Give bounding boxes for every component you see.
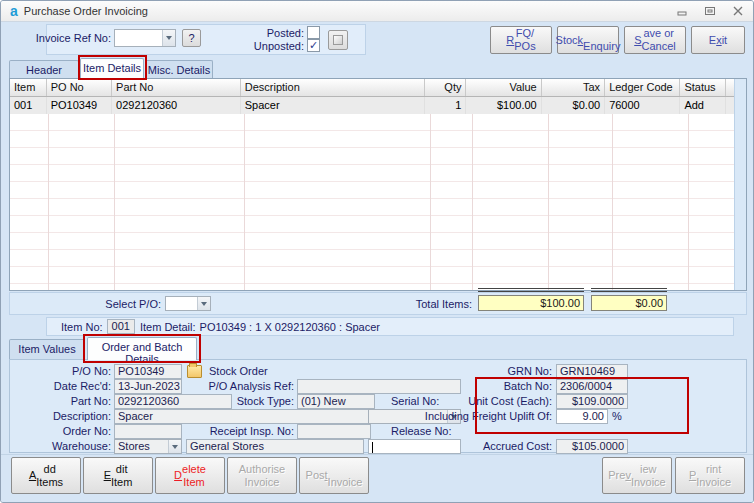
exit-button[interactable]: Exit: [691, 26, 745, 54]
stock-order-label: Stock Order: [209, 364, 268, 379]
add-items-button[interactable]: AddItems: [11, 457, 81, 494]
save-or-cancel-button[interactable]: Save orCancel: [624, 26, 686, 54]
warehouse-name-field: General Stores: [186, 439, 364, 454]
column-header-description[interactable]: Description: [241, 79, 425, 96]
date-recd-label: Date Rec'd:: [9, 379, 111, 394]
column-header-tax[interactable]: Tax: [542, 79, 605, 96]
total-tax-rule: [591, 288, 667, 292]
grid-vline: [114, 97, 115, 290]
browse-icon: [333, 35, 343, 45]
maximize-icon: [705, 6, 715, 16]
table-row[interactable]: 001 PO10349 0292120360 Spacer 1 $100.00 …: [10, 97, 734, 114]
cell-filler: [726, 97, 734, 114]
percent-label: %: [612, 409, 622, 424]
po-no-label: P/O No:: [9, 364, 111, 379]
invoice-ref-combobox[interactable]: [114, 29, 176, 47]
browse-button[interactable]: [328, 30, 348, 50]
column-header-value[interactable]: Value: [466, 79, 541, 96]
column-header-status[interactable]: Status: [680, 79, 726, 96]
close-icon: [733, 6, 743, 16]
po-no-field: PO10349: [114, 364, 182, 379]
unposted-checkbox[interactable]: ✓: [307, 39, 320, 52]
maximize-button[interactable]: [701, 4, 719, 18]
help-button[interactable]: ?: [182, 29, 201, 47]
po-analysis-ref-label: P/O Analysis Ref:: [181, 379, 294, 394]
item-detail-label: Item Detail:: [140, 321, 196, 333]
receipt-insp-no-label: Receipt Insp. No:: [181, 424, 294, 439]
grid-vline: [48, 97, 49, 290]
freight-uplift-field[interactable]: 9.00: [556, 409, 608, 424]
release-no-label: Release No:: [391, 424, 452, 439]
accrued-cost-label: Accrued Cost:: [441, 439, 552, 454]
chevron-down-icon[interactable]: [197, 297, 210, 310]
column-header-ledger-code[interactable]: Ledger Code: [605, 79, 680, 96]
description-label: Description:: [9, 409, 111, 424]
tab-order-and-batch-details[interactable]: Order and Batch Details: [87, 337, 197, 360]
table-gridlines: [10, 97, 734, 290]
chevron-down-icon[interactable]: [162, 30, 175, 46]
total-value-field: $100.00: [478, 295, 584, 311]
receipt-insp-no-field: [297, 424, 371, 439]
post-invoice-button: PostInvoice: [299, 457, 369, 494]
column-header-item[interactable]: Item: [10, 79, 47, 96]
table-header-row: Item PO No Part No Description Qty Value…: [10, 79, 734, 97]
cell-item: 001: [10, 97, 47, 114]
tab-header-details[interactable]: Header Details: [9, 60, 79, 78]
select-po-combobox[interactable]: [165, 296, 211, 311]
title-bar: a Purchase Order Invoicing: [1, 1, 753, 22]
select-po-label: Select P/O:: [81, 297, 161, 312]
minimize-icon: [677, 6, 687, 16]
cell-value: $100.00: [466, 97, 541, 114]
posted-checkbox[interactable]: [307, 26, 320, 39]
total-value-rule: [478, 288, 584, 292]
warehouse-combobox[interactable]: Stores: [114, 439, 182, 454]
grid-vline: [430, 97, 431, 290]
column-header-po-no[interactable]: PO No: [47, 79, 112, 96]
close-button[interactable]: [729, 4, 747, 18]
authorise-invoice-button: AuthoriseInvoice: [227, 457, 297, 494]
grn-no-field: GRN10469: [556, 364, 628, 379]
window-title: Purchase Order Invoicing: [24, 5, 148, 17]
total-items-label: Total Items:: [401, 297, 472, 312]
edit-item-button[interactable]: EditItem: [83, 457, 153, 494]
table-scrollbar[interactable]: [734, 79, 746, 290]
cell-part-no: 0292120360: [112, 97, 241, 114]
purchase-order-invoicing-window: a Purchase Order Invoicing Invoice Ref N…: [0, 0, 754, 503]
print-invoice-button: PrintInvoice: [675, 457, 745, 494]
folder-icon[interactable]: [187, 365, 202, 378]
text-caret: [372, 442, 373, 453]
column-header-part-no[interactable]: Part No: [112, 79, 241, 96]
grid-vline: [472, 97, 473, 290]
tab-misc-details[interactable]: Misc. Details: [145, 60, 213, 78]
item-no-value: 001: [107, 319, 135, 334]
batch-no-label: Batch No:: [441, 379, 552, 394]
grid-vline: [548, 97, 549, 290]
chevron-down-icon[interactable]: [168, 440, 181, 453]
column-header-filler: [726, 79, 734, 96]
grid-vline: [244, 97, 245, 290]
tab-item-values[interactable]: Item Values: [9, 339, 85, 359]
cell-status: Add: [680, 97, 726, 114]
column-header-qty[interactable]: Qty: [425, 79, 467, 96]
minimize-button[interactable]: [673, 4, 691, 18]
tab-item-details[interactable]: Item Details: [80, 58, 144, 79]
delete-item-button[interactable]: DeleteItem: [155, 457, 225, 494]
item-no-label: Item No:: [61, 321, 103, 333]
cell-qty: 1: [425, 97, 467, 114]
app-logo-icon: a: [10, 4, 18, 18]
cell-description: Spacer: [241, 97, 425, 114]
item-detail-value: PO10349 : 1 X 0292120360 : Spacer: [200, 321, 380, 333]
warehouse-label: Warehouse:: [9, 439, 111, 454]
accrued-cost-field: $105.0000: [556, 439, 628, 454]
order-no-field: [114, 424, 182, 439]
total-tax-field: $0.00: [591, 295, 667, 311]
unposted-label: Unposted:: [241, 39, 304, 54]
stock-enquiry-button[interactable]: StockEnquiry: [557, 26, 619, 54]
cell-tax: $0.00: [542, 97, 605, 114]
rfq-pos-button[interactable]: RFQ/POs: [490, 26, 552, 54]
grn-no-label: GRN No:: [441, 364, 552, 379]
cell-po-no: PO10349: [47, 97, 112, 114]
stock-type-field: (01) New: [297, 394, 375, 409]
check-icon: ✓: [309, 39, 318, 51]
preview-invoice-button: PreviewInvoice: [602, 457, 672, 494]
